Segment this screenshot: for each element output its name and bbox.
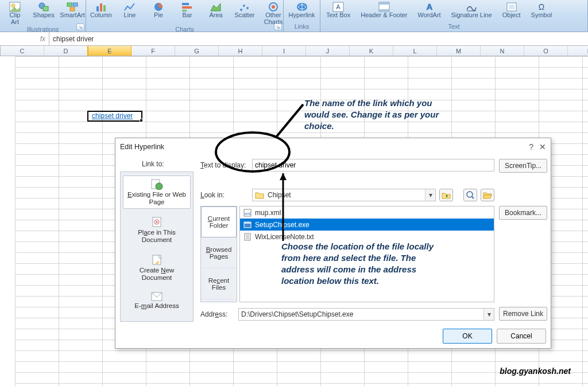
bar-chart-icon [181,2,193,12]
svg-point-14 [240,9,242,11]
bookmark-button[interactable]: Bookmark... [499,206,547,220]
look-in-label: Look in: [200,191,249,199]
svg-rect-42 [244,222,251,224]
dialog-close-button[interactable]: ✕ [539,142,546,151]
ribbon-header-footer[interactable]: Header & Footer [358,1,409,19]
text-to-display-label: Text to display: [200,161,249,169]
fill-handle[interactable] [140,119,143,122]
svg-rect-7 [96,6,99,11]
chevron-down-icon[interactable]: ▾ [483,309,494,320]
scope-browsed-pages[interactable]: BrowsedPages [201,237,237,268]
svg-text:A: A [336,3,341,10]
ribbon-hyperlink[interactable]: Hyperlink [287,1,316,19]
column-header[interactable]: E [88,46,131,56]
ribbon-chart-pie[interactable]: Pie [147,1,170,19]
text-to-display-input[interactable] [252,159,494,171]
annotation-text-2: Choose the location of the file locally … [281,241,436,287]
linkto-create-new[interactable]: Create New Document [123,251,191,284]
column-header[interactable]: G [175,46,219,56]
address-combo[interactable]: D:\Drivers\Chipset\SetupChipset.exe ▾ [238,308,494,321]
look-in-combo[interactable]: Chipset ▾ [252,189,436,201]
svg-rect-5 [73,3,78,6]
browse-scope-panel: CurrentFolder BrowsedPages Recent Files [200,206,237,302]
column-header[interactable]: L [393,46,437,56]
browse-file-button[interactable] [481,189,494,201]
remove-link-button[interactable]: Remove Link [499,307,547,321]
text-box-icon: A [332,2,344,12]
ribbon-chart-other[interactable]: Other Charts [262,1,285,26]
column-header[interactable]: H [219,46,262,56]
ribbon-text-box[interactable]: AText Box [324,1,353,19]
source-watermark: blog.gyankosh.net [500,366,571,376]
svg-rect-11 [182,3,189,5]
ribbon-shapes[interactable]: Shapes [32,1,55,19]
svg-text:A: A [426,2,432,11]
column-header[interactable]: M [437,46,481,56]
svg-point-16 [246,7,249,9]
svg-point-15 [243,5,245,7]
column-header[interactable]: C [1,46,44,56]
magnify-globe-icon [466,191,474,199]
ribbon-signature-line[interactable]: Signature Line [449,1,494,19]
scope-recent-files[interactable]: Recent Files [201,268,237,299]
ribbon-chart-column[interactable]: Column [90,1,113,19]
chevron-down-icon[interactable]: ▾ [425,189,435,201]
ribbon-chart-bar[interactable]: Bar [176,1,199,19]
new-document-icon [151,254,163,266]
header-footer-icon [378,2,390,12]
column-header[interactable]: D [44,46,88,56]
cancel-button[interactable]: Cancel [497,329,546,344]
linkto-place-in-doc[interactable]: Place in This Document [123,213,191,247]
svg-rect-12 [182,6,192,9]
column-header[interactable]: O [524,46,568,56]
address-label: Address: [200,310,235,318]
column-header[interactable]: K [350,46,393,56]
formula-bar-value[interactable]: chipset driver [49,35,94,43]
ok-button[interactable]: OK [443,329,492,344]
scope-current-folder[interactable]: CurrentFolder [201,206,237,237]
linkto-existing-file[interactable]: Existing File or Web Page [123,176,191,209]
symbol-icon: Ω [536,2,547,12]
browse-web-button[interactable] [463,189,477,201]
folder-up-icon [442,191,451,199]
svg-rect-3 [43,6,48,11]
up-one-level-button[interactable] [439,189,453,201]
ribbon-symbol[interactable]: ΩSymbol [529,1,555,19]
globe-page-icon [150,178,163,190]
column-header[interactable]: I [262,46,306,56]
svg-point-34 [156,221,158,223]
ribbon-smartart[interactable]: SmartArt [61,1,84,19]
column-header-row: CDEFGHIJKLMNOP [0,46,588,56]
column-header[interactable]: N [481,46,524,56]
ribbon-chart-scatter[interactable]: Scatter [233,1,256,19]
svg-rect-8 [100,3,102,11]
ribbon-object[interactable]: Object [500,1,523,19]
dialog-launcher-icon[interactable] [76,24,84,30]
dialog-launcher-icon[interactable] [274,24,282,30]
column-header[interactable]: J [306,46,350,56]
other-charts-icon [268,2,279,12]
ribbon-clip-art[interactable]: Clip Art [3,1,26,26]
folder-open-icon [483,191,492,199]
svg-point-18 [272,5,275,9]
svg-rect-4 [67,3,72,6]
dialog-help-button[interactable]: ? [529,142,533,151]
linkto-email[interactable]: E-mail Address [123,289,191,313]
column-chart-icon [95,2,107,12]
ribbon-chart-line[interactable]: Line [118,1,141,19]
column-header[interactable]: F [131,46,175,56]
formula-bar: fx chipset driver [0,32,588,46]
folder-icon [255,191,264,199]
ribbon-wordart[interactable]: AWordArt [416,1,443,19]
file-list-item[interactable]: xmlmup.xml [240,206,494,219]
column-header[interactable]: P [568,46,588,56]
smartart-icon [67,2,78,12]
cell-hyperlink[interactable]: chipset driver [90,111,135,121]
svg-rect-23 [379,2,389,5]
ribbon-chart-area[interactable]: Area [204,1,227,19]
annotation-text-1: The name of the link which you would see… [304,98,454,132]
svg-rect-28 [509,5,514,9]
dialog-titlebar: Edit Hyperlink ? ✕ [115,138,551,155]
screentip-button[interactable]: ScreenTip... [499,159,547,173]
file-list-item[interactable]: SetupChipset.exe [240,219,494,231]
